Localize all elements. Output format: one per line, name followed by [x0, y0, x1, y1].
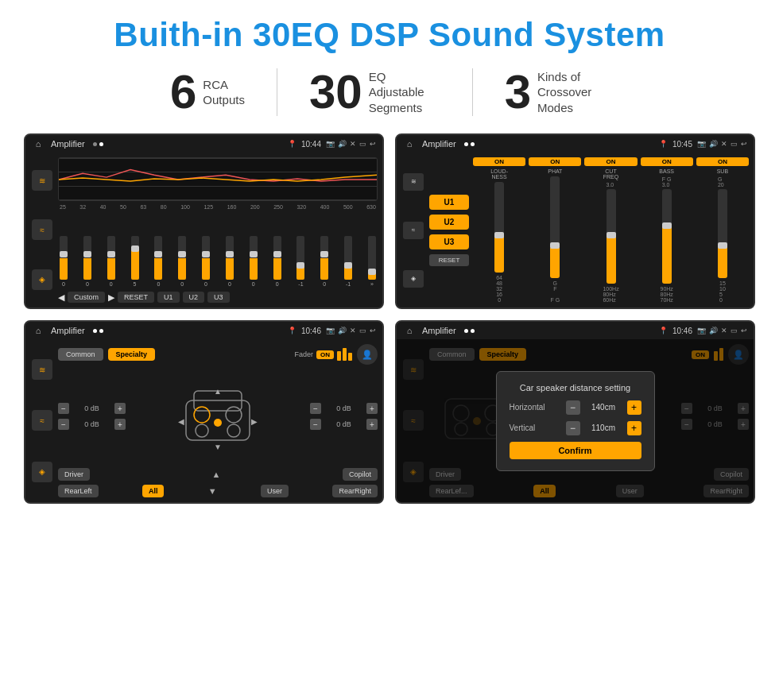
vol-icon3: 🔊 [338, 327, 347, 335]
back-icon[interactable]: ↩ [370, 140, 376, 148]
left-top-db: − 0 dB + [58, 403, 126, 414]
right-bottom-minus[interactable]: − [310, 419, 321, 430]
avatar-btn[interactable]: 👤 [357, 344, 378, 365]
down-icon[interactable]: ▼ [208, 486, 217, 496]
crossover-sidebar-btn-2[interactable]: ≈ [403, 222, 424, 239]
crossover-reset-btn[interactable]: RESET [429, 254, 469, 266]
vertical-plus-btn[interactable]: + [627, 421, 641, 435]
home-icon[interactable]: ⌂ [32, 137, 45, 150]
freq-630: 630 [366, 204, 376, 210]
stat-crossover-label: Kinds ofCrossover Modes [537, 69, 609, 116]
left-bottom-plus[interactable]: + [114, 419, 126, 430]
all-btn[interactable]: All [142, 485, 165, 497]
eq-chart [58, 157, 378, 201]
horizontal-row: Horizontal − 140cm + [510, 400, 641, 415]
back-icon4[interactable]: ↩ [741, 327, 747, 335]
fader-bar-2 [343, 348, 347, 361]
horizontal-minus-btn[interactable]: − [566, 400, 580, 415]
speaker-sidebar-btn-2[interactable]: ≈ [32, 410, 52, 431]
right-top-plus[interactable]: + [366, 403, 378, 414]
bass-slider[interactable] [662, 189, 672, 284]
eq-u3-btn[interactable]: U3 [207, 292, 230, 303]
user-btn[interactable]: User [261, 485, 289, 497]
slider-track-12[interactable] [320, 236, 328, 280]
slider-track-8[interactable] [226, 236, 234, 280]
left-bottom-minus[interactable]: − [58, 419, 69, 430]
right-bottom-val: 0 dB [324, 420, 364, 428]
dot-d1 [464, 329, 468, 333]
u2-preset-btn[interactable]: U2 [429, 215, 469, 230]
dot-c2 [471, 142, 475, 146]
svg-point-6 [214, 419, 222, 427]
left-top-plus[interactable]: + [114, 403, 126, 414]
slider-track-5[interactable] [154, 236, 162, 280]
copilot-btn[interactable]: Copilot [343, 468, 378, 481]
rearleft-btn[interactable]: RearLeft [58, 485, 99, 497]
eq-screen-title: Amplifier [51, 139, 85, 149]
right-top-val: 0 dB [324, 404, 364, 412]
cutfreq-slider[interactable] [607, 189, 616, 284]
eq-sidebar-btn-1[interactable]: ≋ [32, 170, 52, 191]
back-icon2[interactable]: ↩ [741, 140, 747, 148]
slider-track-13[interactable] [344, 236, 352, 280]
crossover-sidebar-btn-1[interactable]: ≋ [403, 173, 424, 191]
loudness-on[interactable]: ON [473, 157, 525, 166]
slider-track-1[interactable] [60, 236, 68, 280]
eq-play-btn[interactable]: ▶ [108, 292, 114, 303]
dialog-home-icon[interactable]: ⌂ [403, 324, 416, 337]
vertical-minus-btn[interactable]: − [566, 421, 580, 435]
eq-u2-btn[interactable]: U2 [183, 292, 205, 303]
fader-on-btn[interactable]: ON [316, 350, 334, 359]
crossover-home-icon[interactable]: ⌂ [403, 137, 416, 150]
close-icon: ✕ [350, 140, 356, 148]
bass-on[interactable]: ON [641, 157, 693, 166]
slider-val-3: 0 [110, 281, 113, 287]
u3-preset-btn[interactable]: U3 [429, 234, 469, 249]
speaker-bottom-row2: RearLeft All ▼ User RearRight [58, 485, 378, 497]
common-tab[interactable]: Common [58, 348, 103, 361]
slider-track-11[interactable] [296, 236, 304, 280]
right-top-minus[interactable]: − [310, 403, 321, 414]
eq-status-icons: 📷 🔊 ✕ ▭ ↩ [326, 140, 376, 148]
slider-track-2[interactable] [83, 236, 91, 280]
slider-track-14[interactable] [368, 236, 376, 280]
horizontal-plus-btn[interactable]: + [627, 400, 641, 415]
sub-on[interactable]: ON [696, 157, 749, 166]
slider-track-7[interactable] [202, 236, 210, 280]
loudness-slider[interactable] [494, 182, 504, 273]
crossover-sidebar-btn-3[interactable]: ◈ [403, 270, 424, 288]
u1-preset-btn[interactable]: U1 [429, 195, 469, 210]
eq-prev-btn[interactable]: ◀ [58, 292, 64, 303]
driver-btn[interactable]: Driver [58, 468, 90, 481]
back-icon3[interactable]: ↩ [370, 327, 376, 335]
phat-slider[interactable] [550, 176, 560, 278]
slider-track-9[interactable] [250, 236, 258, 280]
eq-custom-btn[interactable]: Custom [68, 292, 105, 303]
speaker-sidebar-btn-3[interactable]: ◈ [32, 462, 52, 482]
speaker-home-icon[interactable]: ⌂ [32, 324, 45, 337]
eq-reset-btn[interactable]: RESET [118, 292, 154, 303]
freq-63: 63 [140, 204, 146, 210]
slider-track-4[interactable] [131, 236, 139, 280]
eq-slider-10: 0 [273, 236, 281, 287]
rearright-btn[interactable]: RearRight [332, 485, 378, 497]
slider-track-10[interactable] [273, 236, 281, 280]
slider-track-6[interactable] [178, 236, 186, 280]
right-bottom-plus[interactable]: + [366, 419, 378, 430]
cutfreq-on[interactable]: ON [584, 157, 637, 166]
speaker-sidebar-btn-1[interactable]: ≋ [32, 359, 52, 380]
phat-on[interactable]: ON [529, 157, 581, 166]
slider-track-3[interactable] [107, 236, 115, 280]
eq-slider-8: 0 [226, 236, 234, 287]
left-top-minus[interactable]: − [58, 403, 69, 414]
sub-slider[interactable] [718, 189, 727, 278]
crossover-screen-card: ⌂ Amplifier 📍 10:45 📷 🔊 ✕ ▭ ↩ [395, 133, 755, 309]
confirm-button[interactable]: Confirm [510, 442, 641, 459]
eq-sidebar-btn-3[interactable]: ◈ [32, 269, 52, 290]
specialty-tab[interactable]: Specialty [108, 348, 156, 361]
sub-label: SUB [717, 168, 728, 174]
dialog-status-dots [464, 329, 475, 333]
up-icon[interactable]: ▲ [212, 470, 221, 479]
eq-u1-btn[interactable]: U1 [157, 292, 180, 303]
eq-sidebar-btn-2[interactable]: ≈ [32, 219, 52, 240]
